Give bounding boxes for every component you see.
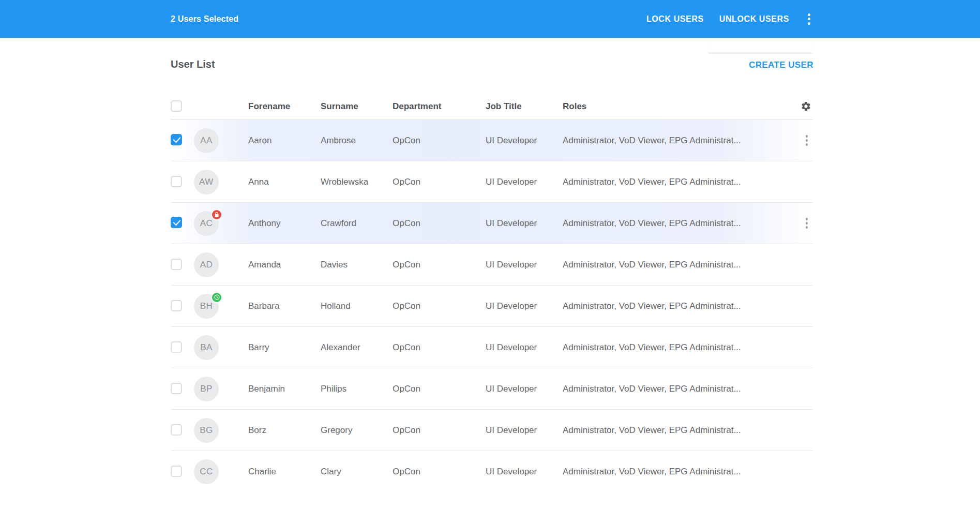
row-menu-button[interactable] xyxy=(803,133,811,148)
search-input[interactable] xyxy=(708,40,812,53)
select-all-cell xyxy=(171,100,194,113)
table-row[interactable]: BHBarbaraHollandOpConUI DeveloperAdminis… xyxy=(171,286,812,327)
column-header-roles: Roles xyxy=(563,101,800,112)
column-header-forename: Forename xyxy=(248,101,321,112)
department-cell: OpCon xyxy=(393,384,486,394)
surname-cell: Philips xyxy=(321,384,393,394)
kebab-vertical-icon xyxy=(806,218,808,229)
table-row[interactable]: CCCharlieClaryOpConUI DeveloperAdministr… xyxy=(171,451,812,492)
kebab-vertical-icon xyxy=(808,13,810,25)
gear-icon xyxy=(801,101,811,112)
roles-cell: Administrator, VoD Viewer, EPG Administr… xyxy=(563,218,801,229)
row-select-cell xyxy=(171,300,194,312)
row-checkbox[interactable] xyxy=(171,466,182,477)
department-cell: OpCon xyxy=(393,425,486,436)
column-header-job-title: Job Title xyxy=(486,101,563,112)
job-title-cell: UI Developer xyxy=(486,301,563,311)
job-title-cell: UI Developer xyxy=(486,342,563,353)
avatar: CC xyxy=(194,459,219,484)
avatar-cell: AA xyxy=(194,128,248,153)
row-checkbox[interactable] xyxy=(171,176,182,187)
table-row[interactable]: AAAaronAmbroseOpConUI DeveloperAdministr… xyxy=(171,120,812,161)
lock-icon xyxy=(214,212,220,218)
topbar-more-menu-button[interactable] xyxy=(805,11,813,27)
avatar: BP xyxy=(194,377,219,401)
row-select-cell xyxy=(171,134,194,147)
table-row[interactable]: ACAnthonyCrawfordOpConUI DeveloperAdmini… xyxy=(171,203,812,244)
roles-cell: Administrator, VoD Viewer, EPG Administr… xyxy=(563,177,801,187)
forename-cell: Anthony xyxy=(248,218,321,229)
forename-cell: Anna xyxy=(248,177,321,187)
avatar-cell: CC xyxy=(194,459,248,484)
avatar-initials: AD xyxy=(200,260,213,270)
row-menu-button[interactable] xyxy=(803,216,811,231)
row-checkbox[interactable] xyxy=(171,383,182,394)
department-cell: OpCon xyxy=(393,301,486,311)
row-select-cell xyxy=(171,176,194,188)
avatar-cell: AD xyxy=(194,252,248,277)
row-select-cell xyxy=(171,341,194,354)
forename-cell: Barbara xyxy=(248,301,321,311)
avatar: AA xyxy=(194,128,219,153)
table-row[interactable]: ADAmandaDaviesOpConUI DeveloperAdministr… xyxy=(171,244,812,286)
row-checkbox[interactable] xyxy=(171,217,182,228)
job-title-cell: UI Developer xyxy=(486,136,563,146)
clock-status-badge xyxy=(211,292,222,303)
table-row[interactable]: AWAnnaWroblewskaOpConUI DeveloperAdminis… xyxy=(171,161,812,203)
user-table: Forename Surname Department Job Title Ro… xyxy=(171,93,812,492)
row-select-cell xyxy=(171,424,194,437)
surname-cell: Crawford xyxy=(321,218,393,229)
forename-cell: Benjamin xyxy=(248,384,321,394)
row-select-cell xyxy=(171,466,194,478)
surname-cell: Alexander xyxy=(321,342,393,353)
surname-cell: Clary xyxy=(321,467,393,477)
avatar-initials: BG xyxy=(200,425,213,436)
avatar: AC xyxy=(194,211,219,236)
forename-cell: Aaron xyxy=(248,136,321,146)
row-checkbox[interactable] xyxy=(171,341,182,353)
avatar-cell: BA xyxy=(194,335,248,360)
table-row[interactable]: BPBenjaminPhilipsOpConUI DeveloperAdmini… xyxy=(171,368,812,410)
department-cell: OpCon xyxy=(393,218,486,229)
row-checkbox[interactable] xyxy=(171,134,182,145)
surname-cell: Wroblewska xyxy=(321,177,393,187)
forename-cell: Amanda xyxy=(248,260,321,270)
avatar-cell: AW xyxy=(194,170,248,195)
row-checkbox[interactable] xyxy=(171,259,182,270)
row-select-cell xyxy=(171,259,194,271)
kebab-vertical-icon xyxy=(806,135,808,146)
table-row[interactable]: BABarryAlexanderOpConUI DeveloperAdminis… xyxy=(171,327,812,368)
row-menu-cell xyxy=(801,216,812,231)
avatar: AD xyxy=(194,252,219,277)
forename-cell: Borz xyxy=(248,425,321,436)
surname-cell: Davies xyxy=(321,260,393,270)
row-checkbox[interactable] xyxy=(171,300,182,311)
avatar-initials: BH xyxy=(200,301,213,311)
select-all-checkbox[interactable] xyxy=(171,100,182,112)
avatar: BH xyxy=(194,294,219,319)
department-cell: OpCon xyxy=(393,342,486,353)
topbar-actions: LOCK USERS UNLOCK USERS xyxy=(646,0,813,38)
job-title-cell: UI Developer xyxy=(486,425,563,436)
locked-status-badge xyxy=(211,209,222,220)
job-title-cell: UI Developer xyxy=(486,218,563,229)
avatar: AW xyxy=(194,170,219,195)
roles-cell: Administrator, VoD Viewer, EPG Administr… xyxy=(563,301,801,311)
row-checkbox[interactable] xyxy=(171,424,182,436)
page-title: User List xyxy=(171,58,215,70)
table-settings-cell xyxy=(800,100,812,113)
column-header-surname: Surname xyxy=(321,101,393,112)
unlock-users-button[interactable]: UNLOCK USERS xyxy=(719,14,789,24)
table-settings-button[interactable] xyxy=(800,100,812,113)
create-user-button[interactable]: CREATE USER xyxy=(749,60,813,70)
avatar-initials: AC xyxy=(200,218,213,229)
forename-cell: Charlie xyxy=(248,467,321,477)
job-title-cell: UI Developer xyxy=(486,177,563,187)
roles-cell: Administrator, VoD Viewer, EPG Administr… xyxy=(563,342,801,353)
job-title-cell: UI Developer xyxy=(486,260,563,270)
avatar-initials: BA xyxy=(200,342,213,353)
avatar-cell: BH xyxy=(194,294,248,319)
avatar-initials: BP xyxy=(200,384,213,394)
lock-users-button[interactable]: LOCK USERS xyxy=(646,14,704,24)
table-row[interactable]: BGBorzGregoryOpConUI DeveloperAdministra… xyxy=(171,410,812,451)
